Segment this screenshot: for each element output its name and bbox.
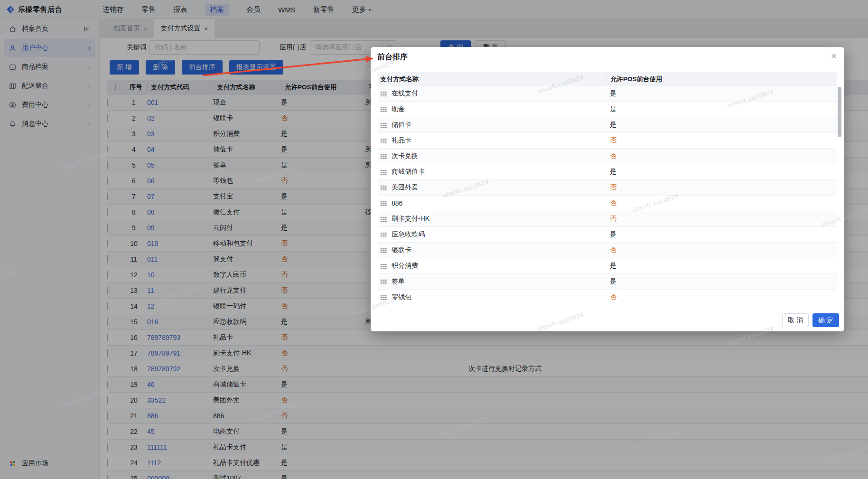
modal-table-header: 支付方式名称 允许POS前台使用 [378,72,837,86]
pos-allowed-value: 否 [606,152,837,160]
sortable-row: 现金 是 [378,102,837,117]
sortable-row: 应急收款码 是 [378,227,837,243]
sortable-row: 美团外卖 否 [378,180,837,196]
payment-name: 银联卡 [392,246,411,254]
sortable-row: 储值卡 是 [378,117,837,133]
pos-allowed-value: 否 [606,293,837,301]
col-header: 支付方式名称 [378,75,606,84]
app-root: 乐檬零售后台 进销存零售报表档案会员WMS新零售更多▾ 档案首页 用户中心 › … [0,0,868,479]
pos-allowed-value: 否 [606,136,837,145]
pos-allowed-value: 否 [606,199,837,207]
drag-handle-icon[interactable] [380,232,387,237]
sortable-row: 银联卡 否 [378,243,837,258]
pos-allowed-value: 否 [606,215,837,223]
sortable-row: 签单 是 [378,274,837,290]
payment-name: 美团外卖 [392,183,418,192]
pos-allowed-value: 是 [606,230,837,239]
front-sort-modal: 前台排序 × 支付方式名称 允许POS前台使用 在线支付 是 现金 是 储值卡 … [371,47,844,331]
payment-name: 商城储值卡 [392,168,425,176]
pos-allowed-value: 是 [606,262,837,270]
sortable-row: 积分消费 是 [378,258,837,274]
drag-handle-icon[interactable] [380,107,387,112]
pos-allowed-value: 是 [606,105,837,113]
payment-name: 签单 [392,277,405,286]
col-header: 允许POS前台使用 [606,75,837,83]
front-sort-table: 支付方式名称 允许POS前台使用 在线支付 是 现金 是 储值卡 是 礼品卡 否 [378,72,837,305]
drag-handle-icon[interactable] [380,91,387,96]
drag-handle-icon[interactable] [380,263,387,269]
drag-handle-icon[interactable] [380,295,387,300]
payment-name: 储值卡 [392,121,411,129]
payment-name: 礼品卡 [392,136,411,145]
payment-name: 现金 [392,105,405,113]
payment-name: 次卡兑换 [392,152,418,160]
sortable-row: 次卡兑换 否 [378,149,837,164]
sortable-row: 商城储值卡 是 [378,164,837,180]
sortable-row: 礼品卡 否 [378,133,837,149]
pos-allowed-value: 是 [606,121,837,129]
drag-handle-icon[interactable] [380,154,387,159]
pos-allowed-value: 否 [606,183,837,192]
drag-handle-icon[interactable] [380,169,387,175]
sortable-row: 零钱包 否 [378,290,837,305]
payment-name: 积分消费 [392,262,418,270]
drag-handle-icon[interactable] [380,201,387,206]
close-icon[interactable]: × [831,51,837,61]
sortable-row: 刷卡支付-HK 否 [378,211,837,227]
payment-name: 在线支付 [392,89,418,98]
drag-handle-icon[interactable] [380,122,387,128]
drag-handle-icon[interactable] [380,279,387,284]
sortable-row: 886 否 [378,196,837,211]
modal-title: 前台排序 [377,52,408,62]
pos-allowed-value: 是 [606,89,837,98]
drag-handle-icon[interactable] [380,248,387,253]
confirm-button[interactable]: 确 定 [812,313,839,327]
drag-handle-icon[interactable] [380,138,387,143]
payment-name: 886 [392,199,402,207]
payment-name: 零钱包 [392,293,411,301]
pos-allowed-value: 是 [606,277,837,286]
drag-handle-icon[interactable] [380,185,387,190]
payment-name: 应急收款码 [392,230,425,239]
pos-allowed-value: 是 [606,168,837,176]
sortable-row: 在线支付 是 [378,86,837,102]
pos-allowed-value: 否 [606,246,837,254]
modal-scrollbar-thumb[interactable] [838,87,841,137]
drag-handle-icon[interactable] [380,216,387,222]
payment-name: 刷卡支付-HK [392,215,429,223]
cancel-button[interactable]: 取 消 [782,313,809,327]
